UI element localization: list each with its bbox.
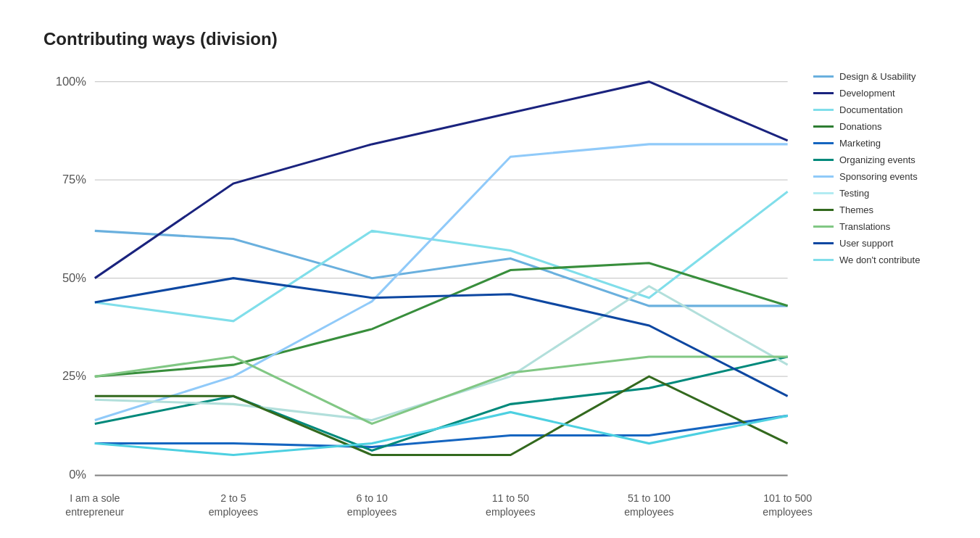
legend-item: User support — [813, 238, 966, 249]
legend-label: We don't contribute — [839, 254, 920, 265]
svg-text:employees: employees — [763, 506, 812, 518]
legend-item: Marketing — [813, 138, 966, 149]
chart-title: Contributing ways (division) — [43, 29, 966, 49]
legend-color-line — [813, 142, 834, 144]
legend-color-line — [813, 259, 834, 261]
legend-color-line — [813, 192, 834, 194]
chart-body: 0% 25% 50% 75% 100% I am a sole entrepre… — [43, 64, 966, 529]
svg-text:11 to 50: 11 to 50 — [492, 492, 529, 503]
svg-text:employees: employees — [486, 506, 535, 518]
legend-item: Design & Usability — [813, 71, 966, 82]
svg-text:I am a sole: I am a sole — [70, 492, 120, 503]
svg-text:entrepreneur: entrepreneur — [65, 506, 124, 518]
legend-item: Testing — [813, 188, 966, 199]
legend-label: Translations — [839, 221, 890, 232]
legend-label: Documentation — [839, 104, 902, 115]
legend-color-line — [813, 75, 834, 78]
svg-text:employees: employees — [209, 506, 258, 518]
legend-label: Design & Usability — [839, 71, 916, 82]
svg-text:employees: employees — [347, 506, 396, 518]
legend-label: Sponsoring events — [839, 171, 918, 182]
legend-color-line — [813, 125, 834, 128]
svg-text:0%: 0% — [69, 467, 86, 481]
legend-item: Sponsoring events — [813, 171, 966, 182]
svg-text:2 to 5: 2 to 5 — [220, 492, 246, 503]
legend: Design & UsabilityDevelopmentDocumentati… — [813, 64, 966, 529]
legend-color-line — [813, 225, 834, 228]
legend-color-line — [813, 109, 834, 111]
chart-container: Contributing ways (division) 0% 25% 50% … — [0, 0, 980, 538]
legend-item: We don't contribute — [813, 254, 966, 265]
legend-item: Donations — [813, 121, 966, 132]
svg-text:50%: 50% — [62, 270, 86, 284]
chart-area: 0% 25% 50% 75% 100% I am a sole entrepre… — [43, 64, 813, 529]
legend-label: Marketing — [839, 138, 881, 149]
legend-item: Translations — [813, 221, 966, 232]
legend-label: Development — [839, 88, 895, 99]
svg-text:employees: employees — [624, 506, 673, 518]
legend-color-line — [813, 175, 834, 178]
legend-color-line — [813, 92, 834, 94]
legend-item: Themes — [813, 204, 966, 215]
svg-text:75%: 75% — [62, 173, 86, 186]
legend-label: User support — [839, 238, 893, 249]
legend-label: Testing — [839, 188, 869, 199]
svg-text:25%: 25% — [62, 369, 86, 383]
legend-label: Organizing events — [839, 154, 915, 165]
legend-item: Organizing events — [813, 154, 966, 165]
legend-color-line — [813, 209, 834, 211]
legend-color-line — [813, 159, 834, 161]
svg-text:51 to 100: 51 to 100 — [628, 492, 670, 503]
legend-item: Development — [813, 88, 966, 99]
svg-text:6 to 10: 6 to 10 — [356, 492, 387, 503]
legend-item: Documentation — [813, 104, 966, 115]
chart-svg: 0% 25% 50% 75% 100% I am a sole entrepre… — [43, 64, 813, 529]
legend-label: Donations — [839, 121, 882, 132]
legend-color-line — [813, 242, 834, 244]
svg-text:101 to 500: 101 to 500 — [763, 492, 812, 503]
svg-text:100%: 100% — [56, 74, 86, 88]
legend-label: Themes — [839, 204, 873, 215]
